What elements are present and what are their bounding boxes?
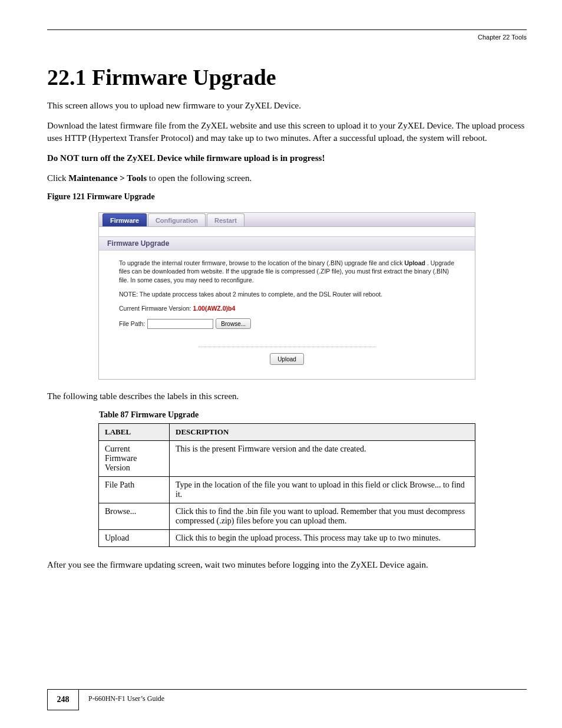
fw-version: 1.00(AWZ.0)b4	[193, 305, 235, 312]
intro-line-1: This screen allows you to upload new fir…	[47, 100, 527, 111]
section-bar: Firmware Upgrade	[99, 236, 475, 251]
page-number: 248	[47, 689, 79, 710]
click-bold: Maintenance > Tools	[68, 173, 147, 183]
cell-desc: Click this to find the .bin file you wan…	[170, 503, 475, 530]
th-description: DESCRIPTION	[170, 424, 475, 441]
cell-desc: Type in the location of the file you wan…	[170, 477, 475, 503]
panel-paragraph-1: To upgrade the internal router firmware,…	[119, 259, 455, 284]
table-row: Upload Click this to begin the upload pr…	[99, 530, 475, 547]
firmware-screenshot: Firmware Configuration Restart Firmware …	[98, 212, 475, 380]
cell-desc: Click this to begin the upload process. …	[170, 530, 475, 547]
browse-button[interactable]: Browse...	[216, 318, 251, 329]
table-intro: The following table describes the labels…	[47, 390, 527, 402]
p1b: Upload	[404, 259, 425, 266]
file-path-input[interactable]	[147, 319, 213, 329]
page-footer: 248 P-660HN-F1 User’s Guide	[47, 689, 527, 710]
file-path-label: File Path:	[119, 320, 145, 327]
post-text: After you see the firmware updating scre…	[47, 559, 527, 571]
labels-table: LABEL DESCRIPTION Current Firmware Versi…	[98, 423, 475, 547]
table-row: Browse... Click this to find the .bin fi…	[99, 503, 475, 530]
running-header: Chapter 22 Tools	[47, 34, 527, 41]
tabs-row: Firmware Configuration Restart	[99, 213, 475, 227]
click-suffix: to open the following screen.	[147, 173, 252, 183]
panel-note: NOTE: The update proccess takes about 2 …	[119, 290, 455, 298]
table-row: File Path Type in the location of the fi…	[99, 477, 475, 503]
upload-button[interactable]: Upload	[270, 353, 304, 365]
th-label: LABEL	[99, 424, 170, 441]
fw-version-line: Current Firmware Version: 1.00(AWZ.0)b4	[119, 304, 455, 312]
tab-firmware[interactable]: Firmware	[103, 213, 147, 226]
cell-label: File Path	[99, 477, 170, 503]
cell-label: Upload	[99, 530, 170, 547]
footer-guide: P-660HN-F1 User’s Guide	[88, 694, 164, 703]
figure-caption: Figure 121 Firmware Upgrade	[47, 192, 527, 202]
cell-label: Browse...	[99, 503, 170, 530]
fw-label: Current Firmware Version:	[119, 305, 193, 312]
intro-line-2: Download the latest firmware file from t…	[47, 120, 527, 144]
table-caption: Table 87 Firmware Upgrade	[99, 410, 527, 420]
tab-restart[interactable]: Restart	[207, 213, 244, 226]
warning-text: Do NOT turn off the ZyXEL Device while f…	[47, 152, 527, 164]
tab-configuration[interactable]: Configuration	[148, 213, 206, 226]
p1a: To upgrade the internal router firmware,…	[119, 259, 404, 266]
click-line: Click Maintenance > Tools to open the fo…	[47, 172, 527, 184]
click-prefix: Click	[47, 173, 68, 183]
table-row: Current Firmware Version This is the pre…	[99, 441, 475, 477]
cell-label: Current Firmware Version	[99, 441, 170, 477]
chapter-title: 22.1 Firmware Upgrade	[47, 64, 527, 90]
cell-desc: This is the present Firmware version and…	[170, 441, 475, 477]
